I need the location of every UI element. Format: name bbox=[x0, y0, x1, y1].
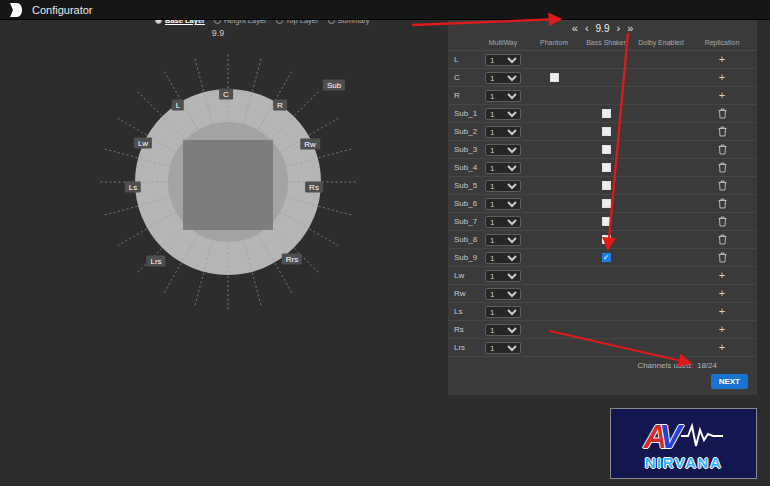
nav-last-button[interactable]: » bbox=[627, 23, 633, 34]
add-replication-button[interactable]: + bbox=[719, 54, 725, 65]
bass-shaker-checkbox[interactable] bbox=[602, 109, 611, 118]
bass-shaker-checkbox[interactable] bbox=[602, 163, 611, 172]
multiway-select[interactable]: 1 bbox=[485, 234, 521, 246]
delete-channel-button[interactable] bbox=[718, 126, 727, 137]
channel-name: Sub_2 bbox=[448, 127, 478, 136]
bass-shaker-checkbox[interactable]: ✓ bbox=[602, 253, 611, 262]
delete-channel-button[interactable] bbox=[718, 198, 727, 209]
app-logo-icon bbox=[9, 3, 22, 17]
nav-prev-button[interactable]: ‹ bbox=[585, 23, 589, 34]
channel-name: Sub_1 bbox=[448, 109, 478, 118]
bass-shaker-checkbox[interactable] bbox=[602, 217, 611, 226]
channels-used-value: 18/24 bbox=[697, 361, 717, 370]
channel-row-Sub_5: Sub_51 bbox=[448, 177, 757, 195]
bass-shaker-checkbox[interactable] bbox=[602, 145, 611, 154]
config-panel: Base Layer configuration « ‹ 9.9 › » Mul… bbox=[448, 6, 757, 395]
channel-row-Sub_9: Sub_91✓ bbox=[448, 249, 757, 267]
speaker-label-Rw: Rw bbox=[300, 139, 320, 150]
channel-row-R: R1+ bbox=[448, 87, 757, 105]
multiway-select[interactable]: 1 bbox=[485, 180, 521, 192]
multiway-select[interactable]: 1 bbox=[485, 126, 521, 138]
speaker-label-Rrs: Rrs bbox=[282, 254, 302, 265]
next-row: NEXT bbox=[448, 370, 757, 389]
app-title: Configurator bbox=[32, 4, 93, 16]
bass-shaker-checkbox[interactable] bbox=[602, 235, 611, 244]
add-replication-button[interactable]: + bbox=[719, 306, 725, 317]
multiway-select[interactable]: 1 bbox=[485, 216, 521, 228]
speaker-label-C: C bbox=[219, 89, 233, 100]
delete-channel-button[interactable] bbox=[718, 252, 727, 263]
multiway-select[interactable]: 1 bbox=[485, 54, 521, 66]
column-bass-shaker: Bass Shaker bbox=[580, 39, 632, 47]
add-replication-button[interactable]: + bbox=[719, 288, 725, 299]
table-header: MultiWay Phantom Bass Shaker Dolby Enabl… bbox=[448, 39, 757, 51]
channel-row-Lrs: Lrs1+ bbox=[448, 339, 757, 357]
channel-name: Ls bbox=[448, 307, 478, 316]
waveform-icon bbox=[680, 422, 724, 450]
multiway-select[interactable]: 1 bbox=[485, 90, 521, 102]
add-replication-button[interactable]: + bbox=[719, 324, 725, 335]
nav-next-button[interactable]: › bbox=[616, 23, 620, 34]
nav-config-value: 9.9 bbox=[596, 23, 610, 34]
multiway-select[interactable]: 1 bbox=[485, 324, 521, 336]
channel-name: Rs bbox=[448, 325, 478, 334]
multiway-select[interactable]: 1 bbox=[485, 144, 521, 156]
channel-row-Sub_2: Sub_21 bbox=[448, 123, 757, 141]
trash-icon bbox=[718, 144, 727, 155]
channel-row-C: C1+ bbox=[448, 69, 757, 87]
add-replication-button[interactable]: + bbox=[719, 90, 725, 101]
channel-name: Sub_7 bbox=[448, 217, 478, 226]
bass-shaker-checkbox[interactable] bbox=[602, 199, 611, 208]
multiway-select[interactable]: 1 bbox=[485, 198, 521, 210]
delete-channel-button[interactable] bbox=[718, 108, 727, 119]
multiway-select[interactable]: 1 bbox=[485, 162, 521, 174]
delete-channel-button[interactable] bbox=[718, 234, 727, 245]
speaker-label-Sub: Sub bbox=[323, 80, 345, 91]
speaker-label-L: L bbox=[172, 100, 184, 111]
delete-channel-button[interactable] bbox=[718, 180, 727, 191]
speaker-label-Rs: Rs bbox=[305, 182, 323, 193]
multiway-select[interactable]: 1 bbox=[485, 108, 521, 120]
multiway-select[interactable]: 1 bbox=[485, 342, 521, 354]
configurator-app: Configurator Base Layer Height Layer Top… bbox=[0, 0, 770, 486]
delete-channel-button[interactable] bbox=[718, 216, 727, 227]
channel-row-Ls: Ls1+ bbox=[448, 303, 757, 321]
phantom-checkbox[interactable] bbox=[550, 73, 559, 82]
channels-used-label: Channels used: bbox=[637, 361, 693, 370]
bass-shaker-checkbox[interactable] bbox=[602, 181, 611, 190]
multiway-select[interactable]: 1 bbox=[485, 288, 521, 300]
config-table-body: L1+C1+R1+Sub_11Sub_21Sub_31Sub_41Sub_51S… bbox=[448, 51, 757, 357]
trash-icon bbox=[718, 216, 727, 227]
logo-letters: A V bbox=[643, 417, 723, 455]
add-replication-button[interactable]: + bbox=[719, 270, 725, 281]
trash-icon bbox=[718, 126, 727, 137]
speaker-label-Ls: Ls bbox=[125, 182, 141, 193]
channel-name: Rw bbox=[448, 289, 478, 298]
multiway-select[interactable]: 1 bbox=[485, 72, 521, 84]
multiway-select[interactable]: 1 bbox=[485, 306, 521, 318]
channel-name: Sub_4 bbox=[448, 163, 478, 172]
av-nirvana-logo: A V NIRVANA bbox=[610, 408, 757, 479]
add-replication-button[interactable]: + bbox=[719, 72, 725, 83]
logo-letter-v: V bbox=[659, 418, 682, 454]
multiway-select[interactable]: 1 bbox=[485, 270, 521, 282]
channel-row-Sub_6: Sub_61 bbox=[448, 195, 757, 213]
channel-row-Rw: Rw1+ bbox=[448, 285, 757, 303]
layer-nav: « ‹ 9.9 › » bbox=[448, 22, 757, 34]
delete-channel-button[interactable] bbox=[718, 162, 727, 173]
next-button[interactable]: NEXT bbox=[711, 374, 748, 389]
channel-name: C bbox=[448, 73, 478, 82]
channel-name: Sub_5 bbox=[448, 181, 478, 190]
channel-name: Sub_8 bbox=[448, 235, 478, 244]
add-replication-button[interactable]: + bbox=[719, 342, 725, 353]
channel-name: Lw bbox=[448, 271, 478, 280]
delete-channel-button[interactable] bbox=[718, 144, 727, 155]
bass-shaker-checkbox[interactable] bbox=[602, 127, 611, 136]
nav-first-button[interactable]: « bbox=[572, 23, 578, 34]
column-dolby-enabled: Dolby Enabled bbox=[632, 39, 690, 47]
speaker-label-R: R bbox=[273, 100, 287, 111]
multiway-select[interactable]: 1 bbox=[485, 252, 521, 264]
channel-name: L bbox=[448, 55, 478, 64]
channel-row-Sub_3: Sub_31 bbox=[448, 141, 757, 159]
top-bar: Configurator bbox=[0, 0, 770, 20]
